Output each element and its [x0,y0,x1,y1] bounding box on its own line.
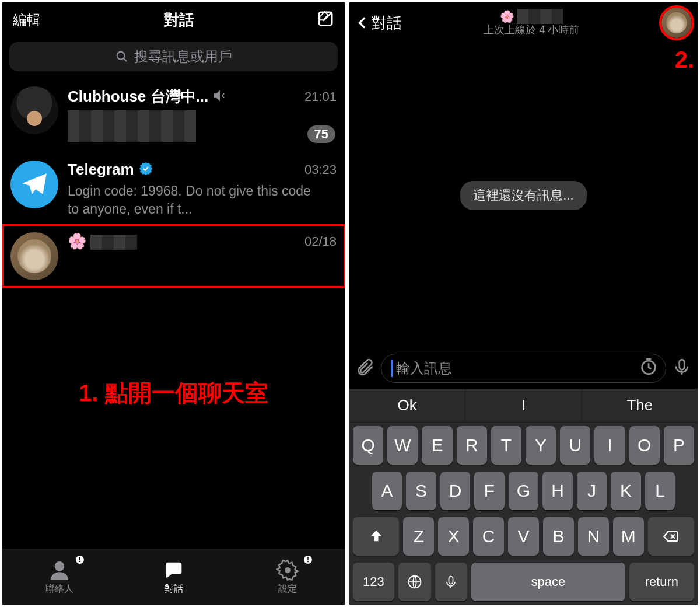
unread-badge: 75 [307,125,335,143]
conversation-screen: 對話 🌸 上次上線於 4 小時前 2. 這裡還沒有訊息... 輸入訊息 Ok [347,0,700,607]
backspace-icon [663,528,679,545]
annotation-step-1: 1. 點開一個聊天室 [2,377,345,409]
key-123[interactable]: 123 [353,563,394,601]
badge-dot: ! [303,554,313,565]
suggestion-row: Ok I The [349,389,698,423]
key-d[interactable]: D [440,472,471,510]
chat-name: Telegram [68,161,134,179]
tab-label: 對話 [164,583,183,595]
svg-rect-6 [680,360,685,369]
key-p[interactable]: P [664,426,694,465]
search-placeholder: 搜尋訊息或用戶 [134,47,232,66]
key-f[interactable]: F [474,472,505,510]
key-g[interactable]: G [509,472,539,510]
suggestion[interactable]: I [466,389,582,422]
telegram-icon [20,170,49,199]
key-shift[interactable] [353,517,399,556]
key-m[interactable]: M [613,517,644,556]
key-c[interactable]: C [473,517,504,556]
key-z[interactable]: Z [403,517,434,556]
muted-icon [213,89,226,104]
badge-dot: ! [75,554,85,565]
message-input[interactable]: 輸入訊息 [381,354,666,383]
key-h[interactable]: H [542,472,573,510]
key-a[interactable]: A [372,472,402,510]
message-area[interactable]: 這裡還沒有訊息... [349,43,698,348]
key-q[interactable]: Q [353,426,383,465]
suggestion[interactable]: The [582,389,698,422]
key-o[interactable]: O [629,426,660,465]
chat-row-highlighted[interactable]: 🌸 02/18 [2,225,345,287]
verified-icon [139,162,153,178]
key-e[interactable]: E [422,426,452,465]
key-n[interactable]: N [578,517,609,556]
page-title: 對話 [164,10,194,30]
tab-label: 聯絡人 [46,583,74,595]
chevron-left-icon [355,13,370,33]
chat-time: 02/18 [304,234,337,249]
svg-point-4 [285,567,290,573]
tab-settings[interactable]: ! 設定 [230,549,345,605]
key-s[interactable]: S [406,472,436,510]
contacts-icon [48,559,71,582]
chat-name: Clubhouse 台灣中... [68,86,208,107]
chat-preview: Login code: 19968. Do not give this code… [68,182,318,218]
key-backspace[interactable] [648,517,694,556]
attach-button[interactable] [355,357,375,379]
key-j[interactable]: J [577,472,607,510]
search-input[interactable]: 搜尋訊息或用戶 [9,42,338,71]
self-destruct-button[interactable] [639,357,659,380]
key-v[interactable]: V [508,517,539,556]
back-label: 對話 [372,13,402,33]
key-r[interactable]: R [457,426,487,465]
paperclip-icon [355,357,375,377]
shift-icon [368,528,384,545]
key-space[interactable]: space [471,563,625,601]
key-i[interactable]: I [594,426,625,465]
chat-row[interactable]: Telegram 03:23 Login code: 19968. Do not… [2,154,345,225]
tab-chats[interactable]: 對話 [117,549,231,605]
suggestion[interactable]: Ok [349,389,466,422]
key-x[interactable]: X [438,517,469,556]
empty-state: 這裡還沒有訊息... [460,181,586,210]
globe-icon [407,574,423,590]
key-w[interactable]: W [387,426,418,465]
chat-preview [68,110,318,146]
key-globe[interactable] [398,563,431,601]
avatar [10,161,58,208]
chat-list-screen: 編輯 對話 搜尋訊息或用戶 Clubhouse 台灣中... 21:01 75 [0,0,347,607]
tab-contacts[interactable]: ! 聯絡人 [2,549,117,605]
chats-icon [162,559,186,582]
back-button[interactable]: 對話 [355,13,402,33]
key-dictation[interactable] [435,563,468,601]
key-l[interactable]: L [645,472,676,510]
key-k[interactable]: K [611,472,641,510]
profile-avatar-button[interactable] [662,8,692,38]
avatar [10,232,58,280]
key-return[interactable]: return [629,563,694,601]
voice-button[interactable] [672,357,692,379]
key-row-3: Z X C V B N M [349,514,698,559]
key-y[interactable]: Y [526,426,556,465]
chat-time: 03:23 [304,162,337,177]
svg-point-3 [54,561,64,571]
edit-button[interactable]: 編輯 [13,11,41,29]
key-u[interactable]: U [560,426,590,465]
timer-icon [639,357,659,376]
svg-line-2 [123,58,127,62]
compose-button[interactable] [317,10,334,30]
conversation-header: 對話 🌸 上次上線於 4 小時前 [349,2,698,43]
compose-icon [317,10,334,27]
key-t[interactable]: T [491,426,522,465]
chat-list-header: 編輯 對話 [2,2,345,37]
key-row-1: Q W E R T Y U I O P [349,423,698,468]
search-icon [116,50,128,63]
mic-icon [443,574,459,590]
key-b[interactable]: B [543,517,574,556]
last-seen-status: 上次上線於 4 小時前 [484,24,579,37]
settings-icon [276,559,299,582]
tab-bar: ! 聯絡人 對話 ! 設定 [2,549,345,605]
chat-row[interactable]: Clubhouse 台灣中... 21:01 75 [2,79,345,154]
mic-icon [672,357,692,377]
key-row-2: A S D F G H J K L [349,468,698,514]
